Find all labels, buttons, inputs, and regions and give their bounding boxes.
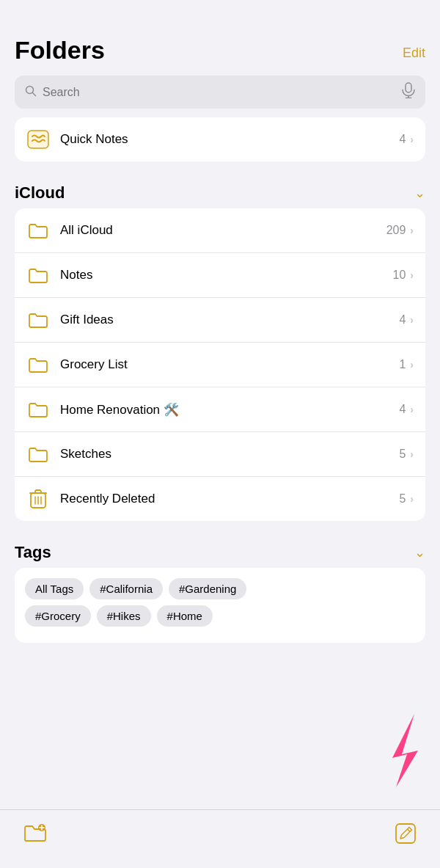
header: Folders Edit	[0, 0, 440, 70]
tags-row-2: #Grocery #Hikes #Home	[25, 605, 415, 627]
quick-notes-chevron: ›	[410, 134, 414, 145]
chevron-icon: ›	[410, 359, 414, 371]
quick-notes-count: 4	[399, 133, 406, 146]
search-icon	[25, 85, 37, 100]
folder-icon	[26, 308, 50, 332]
tags-card: All Tags #California #Gardening #Grocery…	[15, 568, 425, 643]
chevron-icon: ›	[410, 269, 414, 281]
chevron-icon: ›	[410, 493, 414, 505]
svg-line-1	[33, 92, 36, 95]
folder-item[interactable]: All iCloud 209 ›	[15, 208, 425, 252]
chevron-icon: ›	[410, 404, 414, 415]
tags-collapse-icon[interactable]: ⌄	[414, 544, 425, 561]
tags-section-header: Tags ⌄	[0, 533, 440, 568]
folder-item[interactable]: Gift Ideas 4 ›	[15, 297, 425, 342]
folder-count: 4	[399, 313, 406, 327]
folder-icon	[26, 398, 50, 421]
recently-deleted-count: 5	[399, 492, 406, 506]
folder-count: 4	[399, 403, 406, 416]
folder-icon	[26, 353, 50, 376]
search-input[interactable]	[43, 86, 396, 99]
page-title: Folders	[15, 37, 105, 64]
icloud-card: All iCloud 209 › Notes 10 › Gift Ideas 4	[15, 208, 425, 521]
icloud-section: All iCloud 209 › Notes 10 › Gift Ideas 4	[0, 208, 440, 533]
folder-item[interactable]: Grocery List 1 ›	[15, 342, 425, 387]
tag-all-tags[interactable]: All Tags	[25, 578, 84, 599]
quick-notes-section: Quick Notes 4 ›	[0, 117, 440, 173]
folder-label: All iCloud	[60, 223, 386, 238]
svg-rect-2	[406, 83, 411, 92]
svg-rect-5	[28, 131, 48, 148]
tag-california[interactable]: #California	[89, 578, 163, 599]
folder-count: 10	[393, 269, 406, 282]
svg-marker-11	[392, 714, 418, 787]
quick-notes-card: Quick Notes 4 ›	[15, 117, 425, 161]
tags-row-1: All Tags #California #Gardening	[25, 578, 415, 599]
tag-grocery[interactable]: #Grocery	[25, 605, 91, 627]
folder-count: 5	[399, 448, 406, 461]
tag-gardening[interactable]: #Gardening	[169, 578, 246, 599]
bottom-toolbar	[0, 809, 440, 868]
icloud-section-header: iCloud ⌄	[0, 173, 440, 208]
folder-label: Notes	[60, 268, 393, 282]
microphone-icon	[402, 82, 415, 102]
folder-icon	[26, 263, 50, 287]
folder-icon	[26, 219, 50, 242]
folder-item[interactable]: Notes 10 ›	[15, 252, 425, 297]
folder-item[interactable]: Sketches 5 ›	[15, 431, 425, 476]
icloud-title: iCloud	[15, 183, 65, 203]
new-folder-button[interactable]	[21, 820, 50, 847]
quick-notes-item[interactable]: Quick Notes 4 ›	[15, 117, 425, 161]
tag-hikes[interactable]: #Hikes	[97, 605, 151, 627]
search-bar	[15, 76, 425, 109]
chevron-icon: ›	[410, 225, 414, 236]
tag-home[interactable]: #Home	[157, 605, 213, 627]
chevron-icon: ›	[410, 448, 414, 460]
chevron-icon: ›	[410, 314, 414, 326]
edit-button[interactable]: Edit	[403, 45, 425, 64]
recently-deleted-label: Recently Deleted	[60, 492, 399, 506]
folder-count: 1	[399, 358, 406, 371]
compose-button[interactable]	[392, 820, 419, 847]
svg-line-16	[408, 829, 411, 832]
arrow-annotation	[352, 707, 425, 795]
quick-notes-icon	[26, 128, 50, 151]
tags-section: All Tags #California #Gardening #Grocery…	[0, 568, 440, 687]
tags-title: Tags	[15, 543, 51, 562]
folder-label: Sketches	[60, 447, 399, 462]
svg-rect-15	[396, 824, 415, 843]
folder-label: Grocery List	[60, 357, 399, 372]
folder-label: Gift Ideas	[60, 313, 399, 327]
recently-deleted-item[interactable]: Recently Deleted 5 ›	[15, 476, 425, 521]
icloud-collapse-icon[interactable]: ⌄	[414, 185, 425, 201]
folder-item[interactable]: Home Renovation 🛠️ 4 ›	[15, 387, 425, 431]
search-container	[0, 70, 440, 117]
folder-icon	[26, 442, 50, 466]
trash-icon	[26, 487, 50, 511]
folder-label: Home Renovation 🛠️	[60, 402, 399, 417]
folder-count: 209	[386, 224, 406, 237]
quick-notes-label: Quick Notes	[60, 132, 399, 147]
